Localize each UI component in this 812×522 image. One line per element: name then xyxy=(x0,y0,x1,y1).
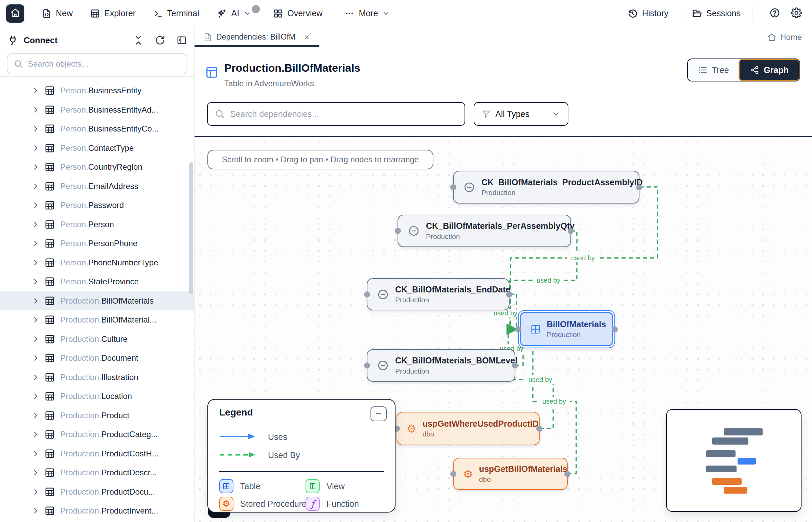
chevron-right-icon xyxy=(32,335,39,343)
history-icon xyxy=(627,8,638,19)
nav-more[interactable]: More xyxy=(345,8,390,18)
top-navigation-bar: New Explorer Terminal AI xyxy=(0,0,812,27)
graph-node-stored-procedure[interactable]: ⚙ uspGetWhereUsedProductID dbo xyxy=(397,412,540,445)
funnel-icon xyxy=(482,109,490,118)
breadcrumb-home[interactable]: Home xyxy=(767,33,802,42)
tree-item-schema: Person. xyxy=(60,143,88,153)
nav-history[interactable]: History xyxy=(627,8,669,19)
graph-node-constraint[interactable]: CK_BillOfMaterials_PerAssemblyQty Produc… xyxy=(398,215,571,247)
tab-dependencies[interactable]: Dependencies: BillOfM × xyxy=(195,27,320,47)
tree-item-schema: Production. xyxy=(60,296,101,305)
tree-item[interactable]: Person.BusinessEntityCo... xyxy=(0,119,194,139)
node-handle xyxy=(515,326,521,332)
graph-view-button[interactable]: Graph xyxy=(739,59,800,81)
tree-item-name: Illustration xyxy=(101,373,138,382)
table-icon xyxy=(45,296,55,306)
chevron-right-icon xyxy=(32,183,39,190)
tree-view-button[interactable]: Tree xyxy=(688,59,739,81)
tree-item[interactable]: Production.Illustration xyxy=(0,368,194,387)
chevron-down-icon xyxy=(552,109,560,118)
graph-node-constraint[interactable]: CK_BillOfMaterials_EndDate Production xyxy=(367,278,509,310)
tree-item[interactable]: Person.CountryRegion xyxy=(0,158,194,177)
circle-minus-icon xyxy=(377,359,389,372)
tree-item-name: Person xyxy=(88,220,114,229)
chevron-right-icon xyxy=(32,431,39,438)
tree-item[interactable]: Person.Person xyxy=(0,215,194,234)
tree-item[interactable]: Production.ProductDocu... xyxy=(0,482,194,502)
graph-node-constraint[interactable]: CK_BillOfMaterials_BOMLevel Production xyxy=(367,349,515,382)
table-icon xyxy=(45,449,55,459)
table-icon xyxy=(45,277,55,287)
nav-sessions[interactable]: Sessions xyxy=(692,8,741,19)
tree-item[interactable]: Production.Location xyxy=(0,387,194,406)
stored-procedure-icon: ⚙ xyxy=(219,497,233,511)
tree-item-schema: Person. xyxy=(60,182,88,191)
tree-item[interactable]: Person.BusinessEntity xyxy=(0,81,194,100)
edge-used-by xyxy=(533,348,576,474)
dependency-graph-canvas[interactable]: Scroll to zoom • Drag to pan • Drag node… xyxy=(195,137,812,522)
nav-terminal[interactable]: Terminal xyxy=(153,8,199,18)
tree-item[interactable]: Person.StateProvince xyxy=(0,272,194,292)
home-button[interactable] xyxy=(6,4,24,23)
tree-item[interactable]: Production.ProductDescr... xyxy=(0,463,194,482)
node-handle xyxy=(395,228,401,234)
tree-item-name: ProductCostH... xyxy=(101,449,158,458)
type-filter-dropdown[interactable]: All Types xyxy=(473,102,568,126)
table-icon xyxy=(45,410,55,421)
refresh-button[interactable] xyxy=(155,35,165,45)
divider xyxy=(680,6,680,21)
tree-item[interactable]: Production.BillOfMaterial... xyxy=(0,310,194,329)
nav-overview-label: Overview xyxy=(287,8,323,18)
tree-item[interactable]: Production.Product xyxy=(0,406,194,425)
graph-node-constraint[interactable]: CK_BillOfMaterials_ProductAssemblyID Pro… xyxy=(453,171,639,203)
app-window: New Explorer Terminal AI xyxy=(0,0,812,522)
tree-item[interactable]: Production.Culture xyxy=(0,329,194,349)
legend-sp-label: Stored Procedure xyxy=(240,499,307,509)
close-tab-icon[interactable]: × xyxy=(304,33,309,42)
tree-item[interactable]: Person.EmailAddress xyxy=(0,177,194,196)
tree-item-name: BusinessEntity xyxy=(88,86,141,95)
help-button[interactable] xyxy=(769,7,780,20)
nav-overview[interactable]: Overview xyxy=(273,8,323,18)
tree-item[interactable]: Person.Password xyxy=(0,196,194,215)
tree-item[interactable]: Production.BillOfMaterials xyxy=(0,292,194,311)
table-icon xyxy=(45,162,55,172)
tree-item[interactable]: Production.ProductCateg... xyxy=(0,425,194,444)
collapse-sidebar-button[interactable] xyxy=(177,35,187,45)
search-objects-input[interactable] xyxy=(28,59,181,68)
graph-minimap[interactable] xyxy=(666,409,801,512)
page-title: Production.BillOfMaterials xyxy=(224,62,360,74)
tree-item[interactable]: Production.ProductInvent... xyxy=(0,501,194,521)
tree-item-name: Culture xyxy=(101,334,127,343)
tree-item-schema: Person. xyxy=(60,277,88,286)
tree-item-name: PhoneNumberType xyxy=(88,258,158,267)
graph-legend: Legend Uses Used By xyxy=(207,399,395,513)
graph-node-stored-procedure[interactable]: ⚙ uspGetBillOfMaterials dbo xyxy=(453,458,568,490)
minimap-node xyxy=(706,465,737,472)
tree-item-schema: Person. xyxy=(60,86,88,95)
chevron-down-icon xyxy=(244,10,251,17)
tree-item[interactable]: Person.BusinessEntityAd... xyxy=(0,100,194,120)
node-handle xyxy=(512,362,518,368)
settings-button[interactable] xyxy=(791,7,802,20)
graph-node-selected-table[interactable]: BillOfMaterials Production xyxy=(518,310,615,348)
nav-new[interactable]: New xyxy=(42,8,73,18)
legend-collapse-button[interactable] xyxy=(370,406,387,421)
collapse-all-button[interactable] xyxy=(133,35,143,45)
tab-bar: Dependencies: BillOfM × Home xyxy=(195,27,812,47)
tree-item[interactable]: Production.Document xyxy=(0,348,194,368)
sidebar-scrollbar[interactable] xyxy=(189,162,193,294)
circle-minus-icon xyxy=(463,181,475,194)
chevron-right-icon xyxy=(32,316,39,324)
sidebar-search xyxy=(7,54,188,74)
search-dependencies-input[interactable] xyxy=(230,109,458,119)
nav-ai[interactable]: AI xyxy=(217,8,251,19)
tree-item[interactable]: Production.ProductCostH... xyxy=(0,444,194,463)
tree-item[interactable]: Person.ContactType xyxy=(0,139,194,158)
connection-sidebar: Connect xyxy=(0,27,195,522)
tree-item[interactable]: Person.PhoneNumberType xyxy=(0,253,194,273)
tree-item[interactable]: Person.PersonPhone xyxy=(0,234,194,253)
nav-explorer[interactable]: Explorer xyxy=(90,8,136,18)
sidebar-header: Connect xyxy=(0,27,194,54)
tree-item-name: Location xyxy=(101,392,132,401)
